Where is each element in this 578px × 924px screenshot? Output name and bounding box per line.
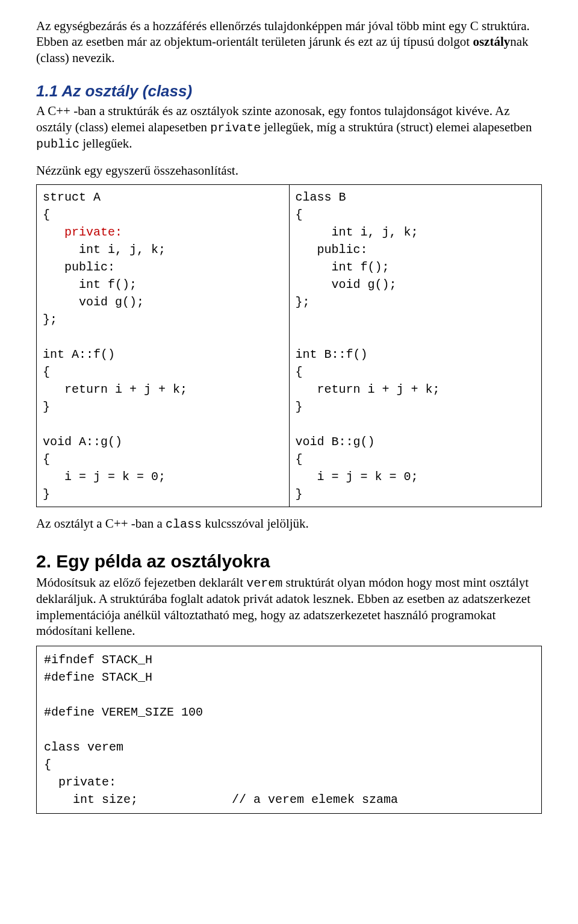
inline-code-class: class: [166, 517, 202, 531]
code-line: return i + j + k;: [296, 382, 440, 396]
section-2-title: 2. Egy példa az osztályokra: [36, 550, 542, 573]
code-line: int i, j, k;: [43, 243, 166, 257]
code-line: {: [44, 758, 51, 772]
sec1-p1-b: jellegűek, míg a struktúra (struct) elem…: [261, 120, 532, 134]
code-line: i = j = k = 0;: [296, 470, 418, 484]
code-line: }: [296, 487, 303, 501]
sec1-paragraph-1: A C++ -ban a struktúrák és az osztályok …: [36, 103, 542, 151]
after-table-b: kulcsszóval jelöljük.: [202, 516, 309, 531]
code-line: #define STACK_H: [44, 670, 152, 684]
code-line: class verem: [44, 740, 123, 754]
after-table-paragraph: Az osztályt a C++ -ban a class kulcsszóv…: [36, 516, 542, 532]
code-class-b: class B { int i, j, k; public: int f(); …: [296, 189, 536, 503]
code-line: }: [296, 400, 303, 414]
code-line: }: [43, 400, 50, 414]
code-cell-right: class B { int i, j, k; public: int f(); …: [289, 184, 542, 507]
code-line: };: [296, 295, 310, 309]
table-row: struct A { private: int i, j, k; public:…: [37, 184, 542, 507]
code-cell-left: struct A { private: int i, j, k; public:…: [37, 184, 290, 507]
code-box-stack: #ifndef STACK_H #define STACK_H #define …: [36, 646, 542, 814]
sec2-p-a: Módosítsuk az előző fejezetben deklarált: [36, 575, 246, 590]
code-line: void A::g(): [43, 435, 122, 449]
code-line: int i, j, k;: [296, 225, 418, 239]
code-line: void B::g(): [296, 435, 375, 449]
code-line: void g();: [296, 278, 397, 292]
code-line: return i + j + k;: [43, 382, 187, 396]
after-table-a: Az osztályt a C++ -ban a: [36, 516, 166, 531]
code-line: };: [43, 313, 57, 326]
code-line: {: [296, 208, 303, 222]
code-line: class B: [296, 190, 346, 204]
sec2-paragraph: Módosítsuk az előző fejezetben deklarált…: [36, 575, 542, 638]
code-line: int f();: [296, 260, 390, 274]
code-line: #define VEREM_SIZE 100: [44, 705, 203, 719]
code-line: int A::f(): [43, 348, 115, 361]
inline-code-public: public: [36, 137, 79, 151]
code-stack-h: #ifndef STACK_H #define STACK_H #define …: [44, 651, 534, 808]
inline-code-verem: verem: [246, 576, 282, 590]
code-line: {: [43, 365, 50, 379]
intro-paragraph: Az egységbezárás és a hozzáférés ellenőr…: [36, 18, 542, 66]
code-line: {: [43, 452, 50, 466]
code-line: public:: [43, 260, 115, 274]
code-line: }: [43, 487, 50, 501]
sec1-p1-c: jellegűek.: [79, 136, 132, 151]
code-comparison-table: struct A { private: int i, j, k; public:…: [36, 184, 542, 507]
section-1-1-title: 1.1 Az osztály (class): [36, 81, 542, 101]
code-struct-a: struct A { private: int i, j, k; public:…: [43, 189, 283, 503]
code-line: i = j = k = 0;: [43, 470, 166, 484]
code-line: void g();: [43, 295, 144, 309]
code-line: int B::f(): [296, 348, 368, 361]
code-line: {: [296, 365, 303, 379]
intro-text-a: Az egységbezárás és a hozzáférés ellenőr…: [36, 19, 530, 49]
code-line-red: private:: [64, 225, 122, 239]
code-line: #ifndef STACK_H: [44, 653, 152, 667]
code-line: int f();: [43, 278, 137, 292]
code-line: {: [296, 452, 303, 466]
sec1-paragraph-2: Nézzünk egy egyszerű összehasonlítást.: [36, 163, 542, 178]
intro-bold: osztály: [473, 34, 510, 49]
code-line: [43, 225, 64, 239]
inline-code-private: private: [210, 121, 261, 135]
code-line: public:: [296, 243, 368, 257]
code-line: {: [43, 208, 50, 222]
code-line: private:: [44, 775, 116, 789]
code-line: struct A: [43, 190, 101, 204]
code-line: int size; // a verem elemek szama: [44, 793, 398, 807]
